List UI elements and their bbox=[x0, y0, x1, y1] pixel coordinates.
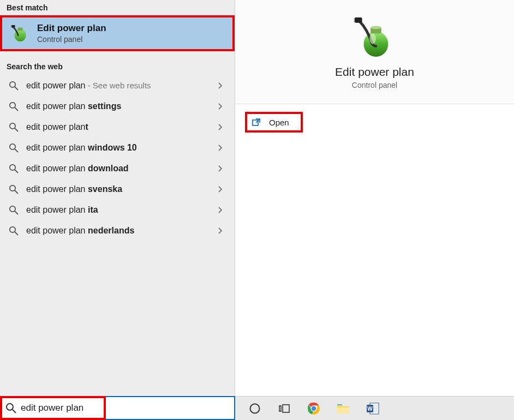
chevron-right-icon[interactable] bbox=[218, 165, 226, 172]
open-action[interactable]: Open bbox=[245, 112, 303, 133]
svg-point-8 bbox=[10, 123, 15, 129]
detail-title: Edit power plan bbox=[335, 65, 414, 79]
web-result[interactable]: edit power plant bbox=[0, 117, 235, 137]
chevron-right-icon[interactable] bbox=[218, 144, 226, 152]
search-input[interactable] bbox=[21, 403, 230, 413]
best-match-label: Best match bbox=[0, 0, 235, 15]
web-result-label: edit power plan nederlands bbox=[26, 226, 218, 236]
best-match-subtitle: Control panel bbox=[37, 35, 106, 44]
search-icon bbox=[9, 164, 19, 173]
svg-line-9 bbox=[15, 128, 18, 131]
open-label: Open bbox=[269, 118, 289, 127]
svg-line-17 bbox=[15, 211, 18, 214]
detail-subtitle: Control panel bbox=[352, 81, 397, 89]
chevron-right-icon[interactable] bbox=[218, 123, 226, 131]
svg-line-5 bbox=[15, 87, 18, 90]
taskbar: W bbox=[0, 396, 514, 420]
svg-point-26 bbox=[369, 33, 376, 44]
web-result-label: edit power plan - See web results bbox=[26, 81, 218, 91]
search-box[interactable] bbox=[0, 396, 235, 420]
taskbar-task-view[interactable] bbox=[271, 397, 297, 420]
search-icon bbox=[9, 143, 19, 153]
svg-point-18 bbox=[10, 227, 15, 232]
svg-line-19 bbox=[15, 232, 18, 235]
web-result-label: edit power plan settings bbox=[26, 101, 218, 111]
chevron-right-icon[interactable] bbox=[218, 206, 226, 214]
best-match-result[interactable]: Edit power plan Control panel bbox=[0, 15, 235, 51]
svg-line-7 bbox=[15, 107, 18, 111]
detail-header: Edit power plan Control panel bbox=[235, 0, 514, 104]
results-pane: Best match Edit power plan Control panel bbox=[0, 0, 235, 396]
chevron-right-icon[interactable] bbox=[218, 227, 226, 235]
svg-rect-3 bbox=[11, 25, 15, 28]
taskbar-file-explorer[interactable] bbox=[330, 397, 356, 420]
taskbar-chrome[interactable] bbox=[301, 397, 327, 420]
search-popup: Best match Edit power plan Control panel bbox=[0, 0, 514, 396]
svg-line-29 bbox=[13, 410, 16, 413]
svg-point-10 bbox=[10, 144, 15, 149]
svg-rect-2 bbox=[17, 28, 22, 31]
svg-line-15 bbox=[15, 190, 18, 194]
search-icon bbox=[5, 403, 16, 413]
taskbar-word[interactable]: W bbox=[360, 397, 386, 420]
web-result[interactable]: edit power plan settings bbox=[0, 96, 235, 117]
taskbar-cortana[interactable] bbox=[242, 397, 268, 420]
web-result[interactable]: edit power plan windows 10 bbox=[0, 137, 235, 158]
svg-point-28 bbox=[7, 404, 13, 410]
svg-rect-23 bbox=[354, 17, 362, 23]
web-result-label: edit power plan svenska bbox=[26, 184, 218, 194]
taskbar-apps: W bbox=[235, 396, 514, 420]
detail-pane: Edit power plan Control panel Open bbox=[235, 0, 514, 396]
svg-line-11 bbox=[15, 149, 18, 152]
svg-text:W: W bbox=[367, 406, 373, 412]
open-external-icon bbox=[252, 117, 261, 127]
battery-icon bbox=[11, 24, 29, 43]
web-result-label: edit power plant bbox=[26, 122, 218, 132]
web-result-label: edit power plan download bbox=[26, 164, 218, 173]
search-icon bbox=[9, 226, 19, 236]
search-icon bbox=[9, 205, 19, 215]
svg-point-12 bbox=[10, 165, 15, 170]
detail-actions: Open bbox=[235, 104, 514, 140]
web-results-list: edit power plan - See web resultsedit po… bbox=[0, 75, 235, 241]
svg-point-6 bbox=[10, 103, 15, 108]
web-result[interactable]: edit power plan svenska bbox=[0, 179, 235, 200]
web-result[interactable]: edit power plan - See web results bbox=[0, 75, 235, 96]
best-match-texts: Edit power plan Control panel bbox=[37, 23, 106, 44]
svg-point-22 bbox=[370, 26, 381, 29]
chevron-right-icon[interactable] bbox=[218, 82, 226, 89]
svg-point-30 bbox=[250, 404, 260, 413]
svg-point-4 bbox=[10, 82, 15, 87]
search-web-label: Search the web bbox=[0, 59, 235, 74]
search-icon bbox=[9, 122, 19, 132]
svg-line-13 bbox=[15, 170, 18, 173]
search-icon bbox=[9, 81, 19, 91]
svg-point-35 bbox=[312, 406, 316, 410]
svg-rect-32 bbox=[283, 405, 289, 412]
svg-point-16 bbox=[10, 206, 15, 212]
svg-rect-31 bbox=[279, 406, 281, 411]
web-result[interactable]: edit power plan download bbox=[0, 158, 235, 179]
battery-icon-large bbox=[354, 16, 396, 59]
search-icon bbox=[9, 184, 19, 194]
web-result-label: edit power plan ita bbox=[26, 205, 218, 215]
svg-rect-36 bbox=[337, 407, 349, 413]
svg-rect-24 bbox=[354, 19, 355, 20]
chevron-right-icon[interactable] bbox=[218, 185, 226, 193]
search-icon bbox=[9, 101, 19, 111]
web-result[interactable]: edit power plan nederlands bbox=[0, 220, 235, 241]
web-result-label: edit power plan windows 10 bbox=[26, 143, 218, 153]
svg-rect-25 bbox=[354, 21, 355, 22]
svg-point-14 bbox=[10, 185, 15, 191]
chevron-right-icon[interactable] bbox=[218, 103, 226, 110]
web-result[interactable]: edit power plan ita bbox=[0, 200, 235, 220]
best-match-title: Edit power plan bbox=[37, 23, 106, 34]
